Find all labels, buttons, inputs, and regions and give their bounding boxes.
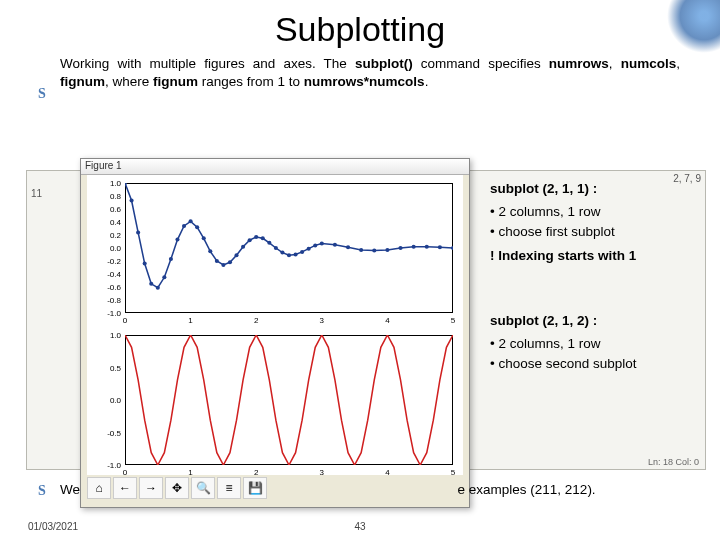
svg-point-18: [241, 245, 245, 249]
svg-point-19: [248, 238, 252, 242]
y-tick: 0.5: [99, 363, 121, 372]
ann-subplot2-heading: subplot (2, 1, 2) :: [490, 312, 700, 330]
svg-point-14: [215, 259, 219, 263]
x-tick: 5: [451, 316, 455, 325]
x-tick: 4: [385, 468, 389, 477]
svg-point-34: [372, 249, 376, 253]
y-tick: 0.0: [99, 396, 121, 405]
svg-point-35: [385, 248, 389, 252]
svg-point-1: [130, 199, 134, 203]
y-tick: 1.0: [99, 331, 121, 340]
x-tick: 0: [123, 468, 127, 477]
y-tick: -0.6: [99, 283, 121, 292]
slide-title: Subplotting: [0, 0, 720, 55]
para2-prefix: We: [60, 482, 80, 497]
plot-1-svg: [125, 183, 453, 313]
y-tick: 0.0: [99, 244, 121, 253]
svg-point-3: [143, 262, 147, 266]
svg-point-22: [267, 241, 271, 245]
svg-point-17: [234, 253, 238, 257]
y-tick: -0.4: [99, 270, 121, 279]
x-tick: 3: [320, 316, 324, 325]
y-tick: -0.5: [99, 428, 121, 437]
svg-point-9: [182, 224, 186, 228]
svg-point-33: [359, 248, 363, 252]
svg-point-28: [307, 247, 311, 251]
svg-point-29: [313, 243, 317, 247]
svg-point-24: [280, 251, 284, 255]
y-tick: -1.0: [99, 461, 121, 470]
svg-point-23: [274, 246, 278, 250]
svg-point-26: [294, 253, 298, 257]
y-tick: 1.0: [99, 179, 121, 188]
paragraph-2: We e examples (211, 212).: [60, 482, 690, 497]
bullet-icon: S: [38, 86, 46, 102]
footer-page: 43: [354, 521, 365, 532]
figure-titlebar: Figure 1: [81, 159, 469, 175]
y-tick: 0.4: [99, 218, 121, 227]
x-tick: 2: [254, 316, 258, 325]
ann-subplot2-choose: • choose second subplot: [490, 355, 700, 373]
svg-point-38: [425, 245, 429, 249]
ann-subplot2-row: • 2 columns, 1 row: [490, 335, 700, 353]
y-tick: -0.2: [99, 257, 121, 266]
x-tick: 0: [123, 316, 127, 325]
y-tick: 0.8: [99, 192, 121, 201]
footer-date: 01/03/2021: [28, 521, 78, 532]
svg-point-37: [412, 245, 416, 249]
svg-point-5: [156, 286, 160, 290]
ann-subplot1-heading: subplot (2, 1, 1) :: [490, 180, 700, 198]
y-tick: -1.0: [99, 309, 121, 318]
ann-subplot1-choose: • choose first subplot: [490, 223, 700, 241]
svg-point-32: [346, 245, 350, 249]
subplot-2: -1.0-0.50.00.51.0 012345: [125, 335, 453, 465]
svg-point-2: [136, 230, 140, 234]
svg-point-20: [254, 235, 258, 239]
svg-point-6: [162, 275, 166, 279]
svg-point-30: [320, 241, 324, 245]
svg-point-16: [228, 260, 232, 264]
matplotlib-figure-window: Figure 1 -1.0-0.8-0.6-0.4-0.20.00.20.40.…: [80, 158, 470, 508]
svg-point-11: [195, 225, 199, 229]
slide-footer: 01/03/2021 43: [28, 521, 692, 532]
figure-canvas: -1.0-0.8-0.6-0.4-0.20.00.20.40.60.81.0 0…: [87, 175, 463, 475]
svg-point-7: [169, 257, 173, 261]
x-tick: 4: [385, 316, 389, 325]
x-tick: 2: [254, 468, 258, 477]
annotation-column: subplot (2, 1, 1) : • 2 columns, 1 row •…: [490, 180, 700, 381]
x-tick: 3: [320, 468, 324, 477]
svg-point-13: [208, 249, 212, 253]
x-tick: 5: [451, 468, 455, 477]
ann-subplot1-warn: ! Indexing starts with 1: [490, 247, 700, 265]
svg-point-36: [398, 246, 402, 250]
x-tick: 1: [188, 316, 192, 325]
x-tick: 1: [188, 468, 192, 477]
svg-point-21: [261, 236, 265, 240]
ann-subplot1-row: • 2 columns, 1 row: [490, 203, 700, 221]
svg-point-10: [189, 219, 193, 223]
y-tick: -0.8: [99, 296, 121, 305]
svg-point-40: [451, 246, 453, 250]
svg-point-31: [333, 243, 337, 247]
svg-point-15: [221, 263, 225, 267]
svg-point-8: [175, 238, 179, 242]
para2-suffix: e examples (211, 212).: [458, 482, 596, 497]
plot-2-svg: [125, 335, 453, 465]
bullet-icon: S: [38, 483, 46, 499]
svg-point-27: [300, 250, 304, 254]
y-tick: 0.6: [99, 205, 121, 214]
y-tick: 0.2: [99, 231, 121, 240]
svg-point-0: [125, 183, 127, 185]
subplot-1: -1.0-0.8-0.6-0.4-0.20.00.20.40.60.81.0 0…: [125, 183, 453, 313]
svg-point-39: [438, 245, 442, 249]
paragraph-1: Working with multiple figures and axes. …: [0, 55, 720, 91]
svg-point-12: [202, 236, 206, 240]
svg-point-4: [149, 282, 153, 286]
svg-point-25: [287, 253, 291, 257]
bg-status: Ln: 18 Col: 0: [648, 457, 699, 467]
